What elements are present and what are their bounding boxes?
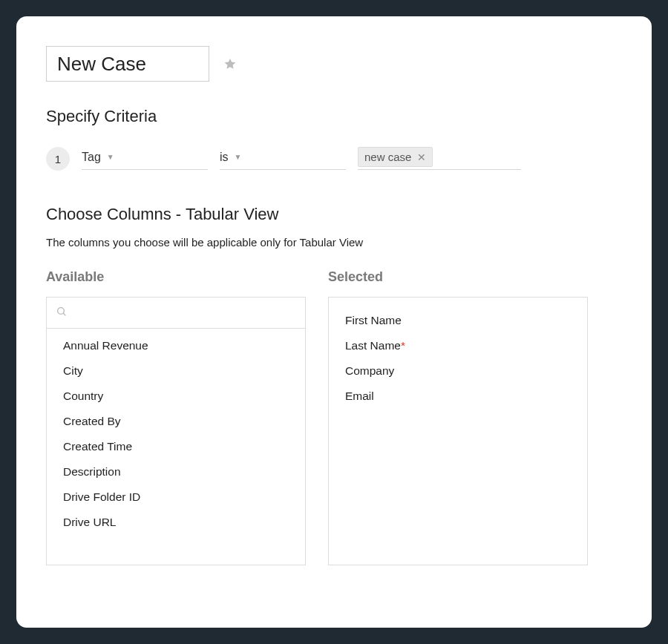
- svg-line-1: [63, 313, 65, 315]
- selected-list-box: First NameLast Name*CompanyEmail: [328, 297, 588, 565]
- available-block: Available Annual RevenueCityCountryCreat…: [46, 269, 306, 565]
- specify-criteria-heading: Specify Criteria: [46, 107, 622, 126]
- criteria-index-badge: 1: [46, 147, 70, 171]
- star-icon: [223, 57, 237, 70]
- choose-columns-heading: Choose Columns - Tabular View: [46, 205, 622, 224]
- chevron-down-icon: ▼: [107, 153, 114, 161]
- favorite-star-button[interactable]: [223, 56, 238, 71]
- tag-chip: new case ✕: [358, 147, 433, 167]
- list-item[interactable]: Last Name*: [329, 333, 587, 358]
- list-item[interactable]: Created Time: [47, 434, 305, 459]
- available-search-row: [47, 298, 305, 329]
- criteria-operator-dropdown[interactable]: is ▼: [220, 148, 346, 170]
- list-item[interactable]: City: [47, 358, 305, 384]
- list-item[interactable]: Company: [329, 358, 587, 384]
- list-item[interactable]: Description: [47, 459, 305, 484]
- columns-picker: Available Annual RevenueCityCountryCreat…: [46, 269, 622, 565]
- criteria-field-value: Tag: [82, 151, 101, 164]
- list-item[interactable]: Annual Revenue: [47, 333, 305, 358]
- selected-list[interactable]: First NameLast Name*CompanyEmail: [329, 298, 587, 565]
- tag-chip-label: new case: [364, 151, 411, 163]
- view-name-input[interactable]: [46, 46, 209, 82]
- list-item[interactable]: Drive Folder ID: [47, 484, 305, 510]
- list-item[interactable]: Country: [47, 384, 305, 409]
- list-item[interactable]: Created By: [47, 409, 305, 434]
- selected-block: Selected First NameLast Name*CompanyEmai…: [328, 269, 588, 565]
- criteria-value-field[interactable]: new case ✕: [358, 148, 521, 170]
- criteria-field-dropdown[interactable]: Tag ▼: [82, 148, 208, 170]
- available-label: Available: [46, 269, 306, 285]
- criteria-operator-value: is: [220, 151, 229, 164]
- available-list-box: Annual RevenueCityCountryCreated ByCreat…: [46, 297, 306, 565]
- svg-point-0: [58, 307, 65, 314]
- available-search-input[interactable]: [73, 306, 296, 319]
- choose-columns-help-text: The columns you choose will be applicabl…: [46, 236, 622, 249]
- search-icon: [56, 306, 68, 321]
- view-editor-card: Specify Criteria 1 Tag ▼ is ▼ new case ✕…: [16, 16, 652, 628]
- tag-chip-remove-button[interactable]: ✕: [417, 152, 426, 162]
- list-item[interactable]: Email: [329, 384, 587, 409]
- selected-label: Selected: [328, 269, 588, 285]
- list-item[interactable]: First Name: [329, 308, 587, 333]
- criteria-row: 1 Tag ▼ is ▼ new case ✕: [46, 147, 622, 171]
- available-list[interactable]: Annual RevenueCityCountryCreated ByCreat…: [47, 329, 305, 565]
- title-row: [46, 46, 622, 82]
- list-item[interactable]: Drive URL: [47, 510, 305, 535]
- chevron-down-icon: ▼: [235, 153, 242, 161]
- required-asterisk-icon: *: [401, 339, 405, 352]
- close-icon: ✕: [417, 151, 426, 163]
